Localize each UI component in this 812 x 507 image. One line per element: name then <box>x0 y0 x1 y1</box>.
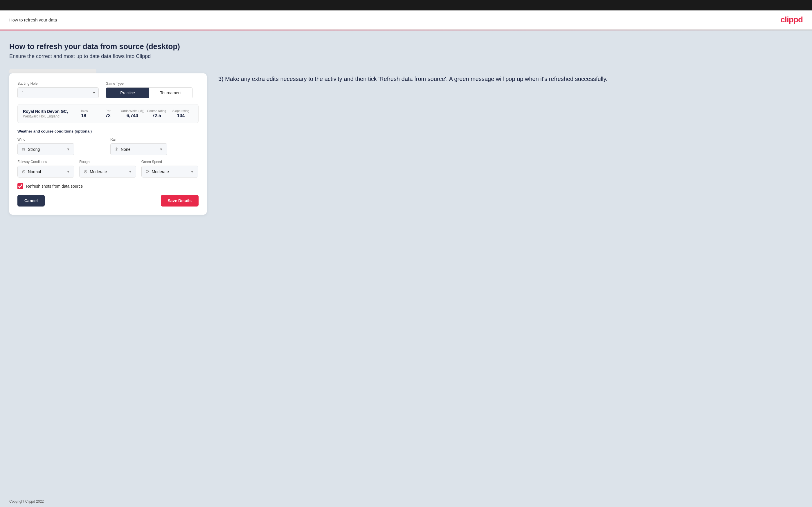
course-info-row: Royal North Devon GC, Westward Ho!, Engl… <box>17 104 199 123</box>
page-heading: How to refresh your data from source (de… <box>9 42 803 51</box>
rough-group: Rough ⊙ Moderate ▼ <box>79 160 137 177</box>
wind-dropdown[interactable]: ≋ Strong ▼ <box>17 143 74 155</box>
cancel-button[interactable]: Cancel <box>17 195 45 207</box>
conditions-section-title: Weather and course conditions (optional) <box>17 129 199 133</box>
card-top-stub <box>9 69 96 73</box>
rain-value: None <box>121 147 130 152</box>
content-row: Starting Hole 1 10 ▼ Game Type Practi <box>9 69 803 215</box>
green-speed-label: Green Speed <box>141 160 199 164</box>
starting-hole-select-wrapper[interactable]: 1 10 ▼ <box>17 87 99 98</box>
green-speed-icon-area: ⟳ Moderate <box>146 169 169 174</box>
refresh-checkbox[interactable] <box>17 183 23 189</box>
copyright-text: Copyright Clippd 2022 <box>9 500 44 504</box>
course-rating-value: 72.5 <box>145 113 169 118</box>
course-slope-value: 134 <box>169 113 193 118</box>
rough-dropdown[interactable]: ⊙ Moderate ▼ <box>79 166 136 177</box>
green-speed-icon: ⟳ <box>146 169 150 174</box>
main-content: How to refresh your data from source (de… <box>0 31 812 496</box>
page-subheading: Ensure the correct and most up to date d… <box>9 53 803 59</box>
course-yards-label: Yards/White (M)) <box>120 109 145 113</box>
course-par-label: Par <box>96 109 120 113</box>
wind-label: Wind <box>17 137 106 142</box>
header: How to refresh your data clippd <box>0 10 812 30</box>
course-slope-label: Slope rating <box>169 109 193 113</box>
course-yards-stat: Yards/White (M)) 6,744 <box>120 109 145 118</box>
course-par-value: 72 <box>96 113 120 118</box>
save-details-button[interactable]: Save Details <box>161 195 199 207</box>
course-par-stat: Par 72 <box>96 109 120 118</box>
fairway-rough-green-grid: Fairway Conditions ⊙ Normal ▼ Rough <box>17 160 199 177</box>
top-bar <box>0 0 812 10</box>
action-row: Cancel Save Details <box>17 195 199 207</box>
refresh-checkbox-row: Refresh shots from data source <box>17 183 199 189</box>
fairway-value: Normal <box>28 169 41 174</box>
wind-icon: ≋ <box>22 147 26 152</box>
tournament-button[interactable]: Tournament <box>149 88 193 98</box>
rain-group: Rain ✳ None ▼ <box>110 137 199 155</box>
green-speed-dropdown[interactable]: ⟳ Moderate ▼ <box>141 166 198 177</box>
starting-hole-select[interactable]: 1 10 <box>17 87 99 98</box>
header-title: How to refresh your data <box>9 17 57 22</box>
fairway-label: Fairway Conditions <box>17 160 74 164</box>
logo: clippd <box>781 15 803 24</box>
wind-icon-area: ≋ Strong <box>22 147 40 152</box>
course-slope-stat: Slope rating 134 <box>169 109 193 118</box>
fairway-icon: ⊙ <box>22 169 26 174</box>
rain-dropdown[interactable]: ✳ None ▼ <box>110 143 167 155</box>
course-yards-value: 6,744 <box>120 113 145 118</box>
course-rating-label: Course rating <box>145 109 169 113</box>
rough-label: Rough <box>79 160 137 164</box>
rain-label: Rain <box>110 137 199 142</box>
course-holes-value: 18 <box>71 113 96 118</box>
rough-icon-area: ⊙ Moderate <box>84 169 107 174</box>
course-name: Royal North Devon GC, <box>23 109 71 114</box>
course-holes-stat: Holes 18 <box>71 109 96 118</box>
fairway-icon-area: ⊙ Normal <box>22 169 41 174</box>
fairway-group: Fairway Conditions ⊙ Normal ▼ <box>17 160 74 177</box>
fairway-chevron-icon: ▼ <box>66 170 70 174</box>
course-location: Westward Ho!, England <box>23 114 71 118</box>
card: Starting Hole 1 10 ▼ Game Type Practi <box>9 73 207 215</box>
card-container: Starting Hole 1 10 ▼ Game Type Practi <box>9 69 207 215</box>
course-name-col: Royal North Devon GC, Westward Ho!, Engl… <box>23 109 71 118</box>
side-note-text: 3) Make any extra edits necessary to the… <box>218 74 803 83</box>
fairway-dropdown[interactable]: ⊙ Normal ▼ <box>17 166 74 177</box>
rain-icon: ✳ <box>115 147 118 152</box>
green-speed-chevron-icon: ▼ <box>191 170 194 174</box>
starting-hole-group: Starting Hole 1 10 ▼ <box>17 81 99 98</box>
rough-chevron-icon: ▼ <box>128 170 132 174</box>
course-holes-label: Holes <box>71 109 96 113</box>
top-fields-row: Starting Hole 1 10 ▼ Game Type Practi <box>17 81 199 98</box>
rain-icon-area: ✳ None <box>115 147 130 152</box>
footer: Copyright Clippd 2022 <box>0 496 812 507</box>
game-type-toggle: Practice Tournament <box>106 87 193 98</box>
wind-group: Wind ≋ Strong ▼ <box>17 137 106 155</box>
wind-rain-grid: Wind ≋ Strong ▼ Rain <box>17 137 199 155</box>
course-rating-stat: Course rating 72.5 <box>145 109 169 118</box>
game-type-group: Game Type Practice Tournament <box>106 81 193 98</box>
starting-hole-label: Starting Hole <box>17 81 99 86</box>
rough-icon: ⊙ <box>84 169 87 174</box>
side-note: 3) Make any extra edits necessary to the… <box>218 69 803 83</box>
green-speed-value: Moderate <box>152 169 169 174</box>
rain-chevron-icon: ▼ <box>159 147 163 152</box>
wind-value: Strong <box>28 147 40 152</box>
refresh-checkbox-label: Refresh shots from data source <box>26 184 83 188</box>
game-type-label: Game Type <box>106 81 193 86</box>
green-speed-group: Green Speed ⟳ Moderate ▼ <box>141 160 199 177</box>
practice-button[interactable]: Practice <box>106 88 149 98</box>
rough-value: Moderate <box>90 169 107 174</box>
wind-chevron-icon: ▼ <box>66 147 70 152</box>
